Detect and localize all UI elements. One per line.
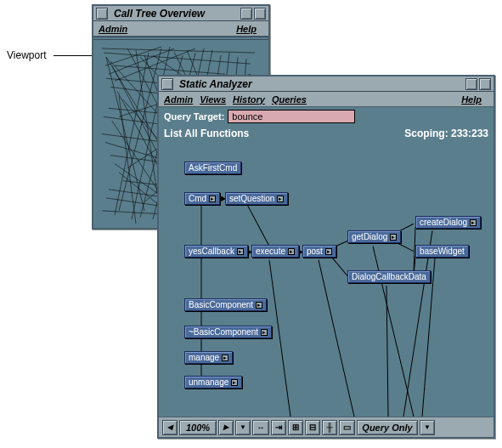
menu-admin[interactable]: Admin: [164, 94, 193, 105]
maximize-icon[interactable]: [479, 78, 491, 90]
nav-next-button[interactable]: [218, 420, 234, 435]
tool-glyph-icon: ⊞: [292, 423, 299, 432]
tool-glyph-icon: ╫: [326, 423, 332, 432]
info-row: List All Functions Scoping: 233:233: [159, 126, 494, 141]
zoom-dropdown-button[interactable]: [235, 420, 251, 435]
node-dialogcallbackdata[interactable]: DialogCallbackData: [347, 270, 431, 283]
node-tbasiccomponent[interactable]: ~BasicComponent▸: [184, 326, 272, 338]
menu-help[interactable]: Help: [236, 24, 257, 34]
minimize-icon[interactable]: [240, 8, 252, 20]
node-basiccomponent[interactable]: BasicComponent▸: [184, 298, 267, 311]
expand-icon[interactable]: ▸: [325, 248, 332, 255]
node-manage[interactable]: manage▸: [184, 351, 233, 364]
expand-icon[interactable]: ▸: [390, 234, 397, 241]
svg-line-2: [106, 57, 144, 211]
node-yescallback[interactable]: yesCallback▸: [184, 245, 248, 258]
graph-canvas[interactable]: AskFirstCmd Cmd▸ setQuestion▸ yesCallbac…: [159, 141, 494, 417]
expand-icon[interactable]: ▸: [277, 196, 284, 202]
bottom-toolbar: 100% ↔ ⇥ ⊞ ⊟ ╫ ▭ Query Only: [159, 417, 494, 437]
node-post[interactable]: post▸: [302, 245, 336, 258]
maximize-icon[interactable]: [254, 8, 266, 20]
node-execute[interactable]: execute▸: [251, 245, 299, 258]
analyzer-window: Static Analyzer Admin Views History Quer…: [157, 75, 495, 439]
expand-icon[interactable]: ▸: [209, 196, 216, 202]
tool-glyph-icon: ↔: [257, 423, 265, 432]
expand-icon[interactable]: ▸: [261, 329, 268, 336]
node-askfirstcmd[interactable]: AskFirstCmd: [184, 162, 241, 174]
node-getdialog[interactable]: getDialog▸: [347, 230, 401, 243]
node-unmanage[interactable]: unmanage▸: [184, 376, 242, 388]
svg-line-28: [115, 53, 149, 215]
node-setquestion[interactable]: setQuestion▸: [225, 192, 288, 205]
window-title: Call Tree Overview: [109, 8, 240, 20]
svg-line-46: [109, 48, 174, 74]
svg-line-72: [245, 201, 269, 247]
expand-icon[interactable]: ▸: [470, 219, 477, 226]
query-target-label: Query Target:: [164, 111, 224, 122]
scoping-label: Scoping: 233:233: [404, 128, 488, 139]
tool-glyph-icon: ⇥: [275, 423, 282, 432]
tool-button-2[interactable]: ⇥: [271, 420, 286, 435]
svg-line-67: [319, 260, 354, 417]
expand-icon[interactable]: ▸: [222, 354, 228, 361]
menubar: Admin Views History Queries Help: [159, 92, 494, 107]
zoom-level-button[interactable]: 100%: [179, 420, 217, 435]
menu-help[interactable]: Help: [461, 94, 482, 105]
node-cmd[interactable]: Cmd▸: [184, 192, 220, 205]
svg-line-6: [115, 65, 225, 74]
window-menu-icon[interactable]: [96, 8, 108, 20]
query-row: Query Target:: [159, 107, 494, 126]
node-createdialog[interactable]: createDialog▸: [415, 216, 481, 229]
svg-line-0: [102, 48, 255, 53]
titlebar[interactable]: Call Tree Overview: [93, 6, 268, 21]
tool-glyph-icon: ▭: [343, 423, 351, 432]
expand-icon[interactable]: ▸: [256, 302, 262, 309]
node-basewidget[interactable]: baseWidget: [415, 245, 469, 258]
svg-line-70: [403, 230, 432, 417]
menubar: Admin Help: [93, 21, 268, 37]
window-menu-icon[interactable]: [161, 78, 173, 90]
svg-line-30: [119, 48, 161, 211]
tool-button-4[interactable]: ⊟: [305, 420, 320, 435]
tool-button-3[interactable]: ⊞: [288, 420, 303, 435]
tool-glyph-icon: ⊟: [309, 423, 316, 432]
menu-views[interactable]: Views: [200, 94, 226, 105]
tool-button-6[interactable]: ▭: [339, 420, 355, 435]
minimize-icon[interactable]: [465, 78, 477, 90]
nav-prev-button[interactable]: [162, 420, 178, 435]
svg-line-66: [269, 260, 290, 417]
menu-queries[interactable]: Queries: [272, 94, 307, 105]
expand-icon[interactable]: ▸: [231, 379, 238, 386]
viewport-label: Viewport: [7, 49, 46, 61]
list-all-functions-label: List All Functions: [164, 128, 249, 139]
menu-history[interactable]: History: [233, 94, 265, 105]
tool-button-5[interactable]: ╫: [322, 420, 337, 435]
svg-line-69: [386, 286, 388, 417]
svg-line-1: [104, 53, 251, 64]
svg-line-10: [119, 95, 136, 224]
titlebar[interactable]: Static Analyzer: [159, 77, 494, 92]
expand-icon[interactable]: ▸: [288, 248, 295, 255]
expand-icon[interactable]: ▸: [237, 248, 244, 255]
tool-button-1[interactable]: ↔: [252, 420, 269, 435]
query-only-dropdown-button[interactable]: [420, 420, 435, 435]
window-title: Static Analyzer: [174, 78, 465, 90]
query-target-input[interactable]: [228, 110, 355, 123]
query-only-button[interactable]: Query Only: [357, 420, 418, 435]
menu-admin[interactable]: Admin: [99, 24, 127, 34]
svg-line-45: [105, 47, 161, 65]
